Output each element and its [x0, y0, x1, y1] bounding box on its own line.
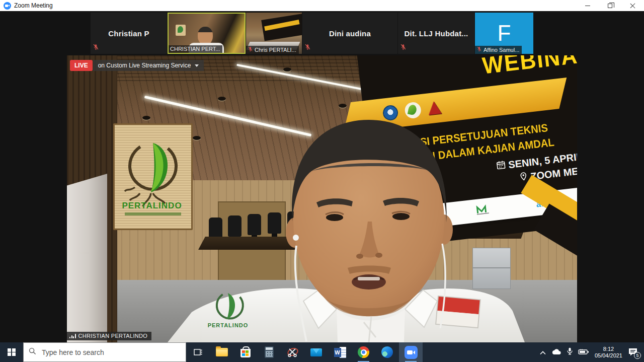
participant-name-label: Chris PERTALI... [246, 46, 299, 54]
word-button[interactable]: W [328, 342, 352, 362]
file-explorer-button[interactable] [210, 342, 233, 362]
downlight [142, 116, 150, 120]
windows-taskbar: W 8:12 05/04/2021 5 [0, 342, 644, 362]
task-view-icon [194, 348, 203, 356]
audio-level-icon [69, 333, 76, 338]
task-view-button[interactable] [186, 342, 210, 362]
zoom-app-button[interactable] [399, 342, 423, 362]
edge-button[interactable] [375, 342, 399, 362]
tray-time: 8:12 [595, 346, 622, 352]
participant-name: CHRISTIAN PERT... [170, 46, 220, 52]
muted-mic-icon [304, 43, 311, 52]
search-icon [29, 347, 36, 357]
close-button[interactable] [621, 0, 644, 11]
taskbar-search-box[interactable] [23, 342, 186, 362]
mail-icon [310, 348, 322, 356]
zoom-camera-icon [405, 346, 418, 359]
chevron-down-icon [195, 64, 199, 67]
tray-date: 05/04/2021 [595, 352, 622, 359]
zoom-meeting-window: Zoom Meeting Christian P CHRISTIAN PERT.… [0, 0, 644, 362]
participant-name: Affino Samul... [484, 47, 519, 53]
speaker-nameplate: CHRISTIAN PERTALINDO [67, 332, 151, 340]
speaker-name: CHRISTIAN PERTALINDO [78, 333, 148, 339]
live-streaming-bar: LIVE on Custom Live Streaming Service [70, 60, 204, 71]
muted-mic-icon [93, 43, 99, 52]
tray-chevron-icon[interactable] [540, 348, 546, 357]
window-title: Zoom Meeting [14, 2, 53, 9]
tray-clock[interactable]: 8:12 05/04/2021 [595, 346, 622, 359]
participant-name: Christian P [91, 13, 167, 54]
participant-tile-affino-samul[interactable]: F Affino Samul... [475, 13, 533, 54]
word-icon: W [334, 347, 346, 358]
participant-name: Chris PERTALI... [255, 47, 296, 53]
muted-mic-icon [476, 46, 482, 53]
participant-name-label: Affino Samul... [475, 46, 522, 54]
participant-name-label: CHRISTIAN PERT... [169, 45, 222, 53]
microsoft-store-button[interactable] [233, 342, 257, 362]
calculator-button[interactable] [257, 342, 281, 362]
minimize-icon [585, 6, 590, 6]
chrome-button[interactable] [352, 342, 375, 362]
snipping-tool-button[interactable] [281, 342, 304, 362]
close-icon [630, 3, 635, 9]
start-button[interactable] [0, 342, 23, 362]
notification-count-badge: 5 [634, 352, 641, 359]
title-bar: Zoom Meeting [0, 0, 644, 11]
microphone-tray-icon[interactable] [567, 347, 573, 357]
onedrive-cloud-icon[interactable] [551, 348, 561, 357]
mail-button[interactable] [304, 342, 328, 362]
windows-logo-icon [8, 348, 16, 356]
restore-button[interactable] [599, 0, 621, 11]
edge-icon [381, 346, 393, 358]
meeting-client-area: Christian P CHRISTIAN PERT... Chris PERT… [0, 11, 644, 342]
store-icon [240, 349, 251, 357]
room-pillar [67, 174, 107, 342]
restore-icon [608, 4, 612, 8]
participant-tile-chris-pertalindo[interactable]: Chris PERTALI... [246, 13, 302, 54]
live-service-dropdown[interactable]: on Custom Live Streaming Service [93, 60, 204, 71]
file-explorer-icon [216, 348, 228, 356]
participant-name: Dini audina [302, 13, 397, 54]
participant-tile-dit-llj-hubdat[interactable]: Dit. LLJ Hubdat... [398, 13, 474, 54]
downlight [218, 97, 226, 101]
calculator-icon [265, 346, 274, 358]
main-speaker-video: PERTALINDO WEBINAR INTEGRASI PERSETUJUAN… [67, 55, 577, 342]
live-badge: LIVE [70, 60, 93, 71]
downlight [283, 67, 291, 71]
muted-mic-icon [400, 43, 407, 52]
action-center-button[interactable]: 5 [628, 347, 639, 357]
system-tray: 8:12 05/04/2021 5 [540, 342, 644, 362]
muted-mic-icon [248, 46, 253, 53]
live-service-label: on Custom Live Streaming Service [98, 62, 191, 69]
speaker-person: PERTALINDO [152, 101, 535, 342]
participant-tile-dini-audina[interactable]: Dini audina [302, 13, 397, 54]
minimize-button[interactable] [576, 0, 599, 11]
chrome-icon [358, 346, 369, 358]
participant-tile-christian-p[interactable]: Christian P [91, 13, 167, 54]
snipping-tool-icon [287, 347, 299, 357]
search-input[interactable] [41, 348, 162, 357]
battery-icon[interactable] [578, 348, 589, 357]
zoom-app-icon [4, 2, 11, 10]
participant-tile-christian-pertalindo-active[interactable]: CHRISTIAN PERT... [168, 13, 246, 54]
participant-name: Dit. LLJ Hubdat... [398, 13, 474, 54]
svg-text:PERTALINDO: PERTALINDO [208, 322, 249, 328]
